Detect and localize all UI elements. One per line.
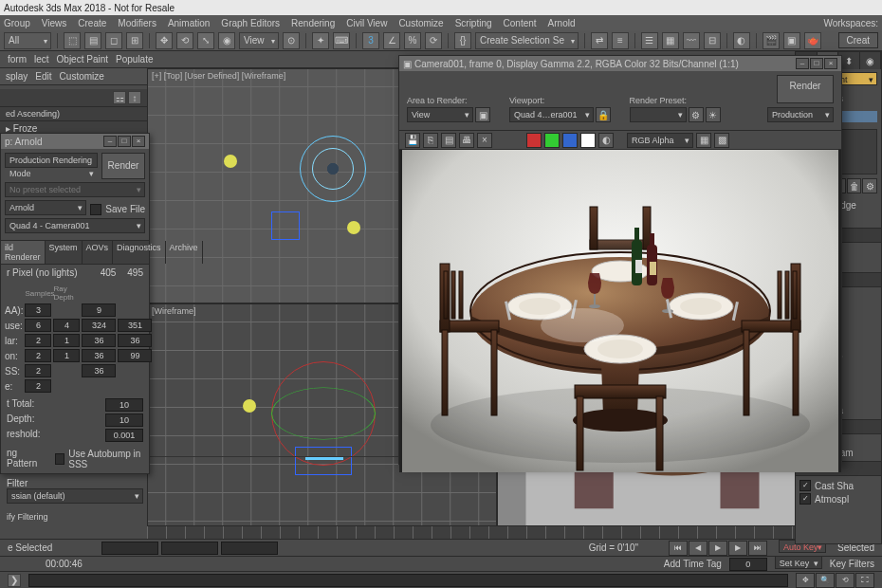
rs-vol-s[interactable]: 2: [25, 379, 51, 393]
menu-grapheditors[interactable]: Graph Editors: [221, 18, 280, 28]
nav-max-icon[interactable]: ⛶: [855, 573, 874, 588]
rs-tr-d[interactable]: 1: [53, 349, 80, 362]
scene-explorer-icon[interactable]: ▦: [662, 32, 679, 49]
rs-autobump-check[interactable]: Use Autobump in SSS: [55, 448, 143, 470]
rs-max-icon[interactable]: □: [118, 136, 131, 147]
add-time-tag[interactable]: Add Time Tag: [664, 559, 722, 569]
play-icon[interactable]: ▶: [708, 541, 727, 556]
rs-tr-s[interactable]: 2: [25, 349, 51, 362]
cmd-remove-icon[interactable]: 🗑: [847, 178, 862, 193]
ribbon-populate[interactable]: Populate: [116, 54, 153, 64]
keyfilters-button[interactable]: Key Filters: [830, 559, 874, 569]
ribbon-objectpaint[interactable]: Object Paint: [57, 54, 108, 64]
rf-clone-icon[interactable]: ▤: [441, 133, 456, 148]
rs-thresh-v[interactable]: 0.001: [105, 429, 143, 442]
selection-filter[interactable]: All: [4, 32, 51, 49]
rs-mode[interactable]: Production Rendering Mode: [5, 153, 98, 168]
manipulate-icon[interactable]: ✦: [312, 32, 329, 49]
align-icon[interactable]: ≡: [612, 32, 629, 49]
rf-max-icon[interactable]: □: [810, 58, 823, 69]
rs-min-icon[interactable]: –: [103, 136, 117, 147]
snap-icon[interactable]: 3: [362, 32, 379, 49]
rs-dif-s[interactable]: 6: [25, 319, 51, 332]
rf-area-sel[interactable]: View: [407, 107, 473, 122]
rs-sss-s[interactable]: 2: [25, 364, 51, 377]
rs-aa-samples[interactable]: 3: [25, 303, 51, 317]
window-crossing-icon[interactable]: ⊞: [126, 32, 143, 49]
rs-dif-d[interactable]: 4: [53, 319, 80, 332]
edit-selection-set-icon[interactable]: {}: [454, 32, 471, 49]
menu-modifiers[interactable]: Modifiers: [118, 18, 156, 28]
rendered-frame-icon[interactable]: ▣: [783, 32, 800, 49]
menu-views[interactable]: Views: [42, 18, 67, 28]
rf-close-icon[interactable]: ×: [824, 58, 837, 69]
rs-tab-diag[interactable]: Diagnostics: [113, 241, 166, 264]
rs-view[interactable]: Quad 4 - Camera001: [5, 218, 145, 233]
rf-preset-sel[interactable]: [630, 107, 687, 122]
prev-frame-icon[interactable]: ◀: [689, 541, 707, 556]
rf-copy-icon[interactable]: ⎘: [423, 133, 438, 148]
material-editor-icon[interactable]: ◐: [733, 32, 750, 49]
se-tab-display[interactable]: splay: [6, 71, 28, 82]
rf-channel-sel[interactable]: RGB Alpha: [627, 133, 693, 148]
named-selection-set[interactable]: Create Selection Se: [475, 32, 579, 49]
current-frame[interactable]: 0: [729, 558, 767, 571]
schematic-icon[interactable]: ⊟: [704, 32, 721, 49]
scale-icon[interactable]: ⤡: [197, 32, 214, 49]
status-x[interactable]: [101, 542, 158, 555]
select-object-icon[interactable]: ⬚: [64, 32, 81, 49]
rs-depth-v[interactable]: 10: [105, 413, 143, 427]
percent-snap-icon[interactable]: %: [404, 32, 421, 49]
rs-close-icon[interactable]: ×: [132, 136, 145, 147]
rf-production-sel[interactable]: Production: [767, 107, 834, 122]
menu-civilview[interactable]: Civil View: [346, 18, 387, 28]
pivot-icon[interactable]: ⊙: [283, 32, 300, 49]
rf-alpha-channel-icon[interactable]: [580, 133, 596, 148]
rs-savefile-check[interactable]: Save File: [90, 203, 145, 216]
vp-left-label[interactable]: [Wireframe]: [152, 306, 196, 316]
select-rect-icon[interactable]: ◻: [105, 32, 122, 49]
rf-setup-icon[interactable]: ⚙: [689, 107, 704, 122]
angle-snap-icon[interactable]: ∠: [383, 32, 400, 49]
rf-blue-channel-icon[interactable]: [562, 133, 578, 148]
select-name-icon[interactable]: ▤: [84, 32, 101, 49]
rf-region-icon[interactable]: ▣: [475, 107, 490, 122]
rs-preset[interactable]: No preset selected: [5, 182, 145, 197]
se-tab-customize[interactable]: Customize: [60, 71, 104, 82]
rendered-frame-window[interactable]: ▣Camera001, frame 0, Display Gamma 2.2, …: [398, 55, 842, 465]
layer-icon[interactable]: ☰: [641, 32, 658, 49]
menu-create[interactable]: Create: [78, 18, 106, 28]
rf-red-channel-icon[interactable]: [526, 133, 542, 148]
nav-zoom-icon[interactable]: 🔍: [816, 573, 835, 588]
refcoord-dropdown[interactable]: View: [239, 32, 279, 49]
menu-animation[interactable]: Animation: [168, 18, 210, 28]
rotate-icon[interactable]: ⟲: [176, 32, 193, 49]
cmd-config-icon[interactable]: ⚙: [862, 178, 877, 193]
rs-tab-archive[interactable]: Archive: [166, 241, 203, 264]
nav-orbit-icon[interactable]: ⟲: [836, 573, 854, 588]
render-setup-icon[interactable]: 🎬: [763, 32, 780, 49]
maxscript-icon[interactable]: ❯: [8, 574, 21, 587]
rf-env-icon[interactable]: ☀: [706, 107, 721, 122]
rs-tab-aovs[interactable]: AOVs: [83, 241, 114, 264]
workspace-label[interactable]: Workspaces:: [823, 18, 878, 28]
rf-mono-icon[interactable]: ◐: [598, 133, 614, 148]
move-icon[interactable]: ✥: [156, 32, 173, 49]
status-z[interactable]: [221, 542, 278, 555]
menu-rendering[interactable]: Rendering: [291, 18, 335, 28]
rs-tab-renderer[interactable]: ild Renderer: [1, 241, 46, 264]
timeline[interactable]: [147, 525, 846, 539]
se-sort-icon[interactable]: ↕: [128, 91, 141, 104]
maxscript-input[interactable]: [28, 574, 788, 587]
menu-arnold[interactable]: Arnold: [548, 18, 576, 28]
rf-toggle2-icon[interactable]: ▩: [714, 133, 729, 148]
mirror-icon[interactable]: ⇄: [591, 32, 608, 49]
spinner-snap-icon[interactable]: ⟳: [425, 32, 442, 49]
goto-start-icon[interactable]: ⏮: [669, 541, 688, 556]
rf-render-button[interactable]: Render: [777, 75, 834, 103]
rf-toggle1-icon[interactable]: ▦: [696, 133, 711, 148]
rs-renderer[interactable]: Arnold: [5, 200, 86, 215]
rf-lock-icon[interactable]: 🔒: [596, 107, 611, 122]
next-frame-icon[interactable]: ▶: [728, 541, 747, 556]
render-setup-dialog[interactable]: p: Arnold – □ × Production Rendering Mod…: [0, 133, 150, 474]
